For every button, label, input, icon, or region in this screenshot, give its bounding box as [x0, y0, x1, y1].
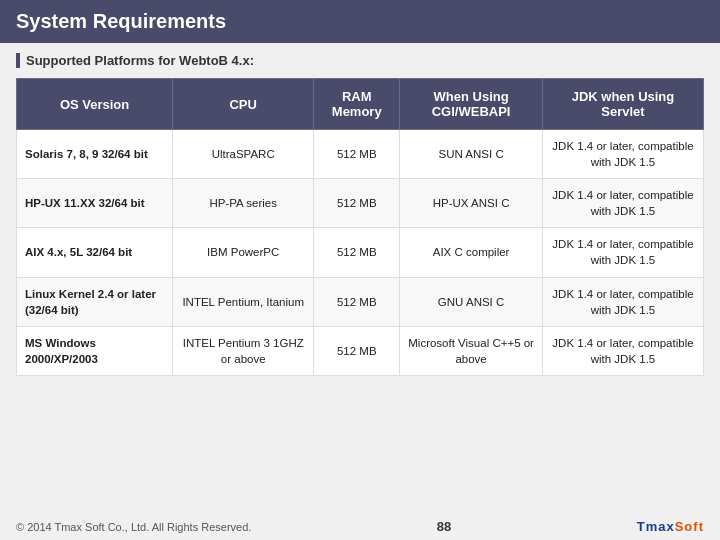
cell-jdk: JDK 1.4 or later, compatible with JDK 1.…: [542, 130, 703, 179]
table-row: MS Windows 2000/XP/2003INTEL Pentium 3 1…: [17, 326, 704, 375]
cell-ram: 512 MB: [314, 130, 400, 179]
cell-cgi: AIX C compiler: [400, 228, 543, 277]
subtitle: Supported Platforms for WebtoB 4.x:: [16, 53, 704, 68]
cell-cpu: INTEL Pentium, Itanium: [173, 277, 314, 326]
company-logo: TmaxSoft: [637, 519, 704, 534]
cell-cgi: HP-UX ANSI C: [400, 179, 543, 228]
table-header-row: OS Version CPU RAM Memory When Using CGI…: [17, 79, 704, 130]
col-header-jdk: JDK when Using Servlet: [542, 79, 703, 130]
content-area: Supported Platforms for WebtoB 4.x: OS V…: [0, 43, 720, 513]
col-header-cgi: When Using CGI/WEBAPI: [400, 79, 543, 130]
table-row: AIX 4.x, 5L 32/64 bitIBM PowerPC512 MBAI…: [17, 228, 704, 277]
cell-jdk: JDK 1.4 or later, compatible with JDK 1.…: [542, 179, 703, 228]
cell-os: Linux Kernel 2.4 or later (32/64 bit): [17, 277, 173, 326]
cell-cpu: IBM PowerPC: [173, 228, 314, 277]
table-row: Linux Kernel 2.4 or later (32/64 bit)INT…: [17, 277, 704, 326]
cell-os: Solaris 7, 8, 9 32/64 bit: [17, 130, 173, 179]
cell-cgi: SUN ANSI C: [400, 130, 543, 179]
cell-os: AIX 4.x, 5L 32/64 bit: [17, 228, 173, 277]
page-title: System Requirements: [16, 10, 226, 32]
cell-ram: 512 MB: [314, 277, 400, 326]
page-wrapper: System Requirements Supported Platforms …: [0, 0, 720, 540]
cell-jdk: JDK 1.4 or later, compatible with JDK 1.…: [542, 326, 703, 375]
cell-cgi: GNU ANSI C: [400, 277, 543, 326]
logo-text-soft: Soft: [675, 519, 704, 534]
cell-jdk: JDK 1.4 or later, compatible with JDK 1.…: [542, 228, 703, 277]
col-header-cpu: CPU: [173, 79, 314, 130]
page-footer: © 2014 Tmax Soft Co., Ltd. All Rights Re…: [0, 513, 720, 540]
logo-text-tmax: Tmax: [637, 519, 675, 534]
cell-os: HP-UX 11.XX 32/64 bit: [17, 179, 173, 228]
cell-ram: 512 MB: [314, 228, 400, 277]
cell-ram: 512 MB: [314, 326, 400, 375]
cell-cpu: UltraSPARC: [173, 130, 314, 179]
cell-cpu: INTEL Pentium 3 1GHZ or above: [173, 326, 314, 375]
cell-jdk: JDK 1.4 or later, compatible with JDK 1.…: [542, 277, 703, 326]
cell-ram: 512 MB: [314, 179, 400, 228]
page-header: System Requirements: [0, 0, 720, 43]
col-header-os: OS Version: [17, 79, 173, 130]
col-header-ram: RAM Memory: [314, 79, 400, 130]
cell-cpu: HP-PA series: [173, 179, 314, 228]
cell-cgi: Microsoft Visual C++5 or above: [400, 326, 543, 375]
copyright-text: © 2014 Tmax Soft Co., Ltd. All Rights Re…: [16, 521, 251, 533]
table-row: HP-UX 11.XX 32/64 bitHP-PA series512 MBH…: [17, 179, 704, 228]
cell-os: MS Windows 2000/XP/2003: [17, 326, 173, 375]
table-row: Solaris 7, 8, 9 32/64 bitUltraSPARC512 M…: [17, 130, 704, 179]
page-number: 88: [437, 519, 451, 534]
requirements-table: OS Version CPU RAM Memory When Using CGI…: [16, 78, 704, 376]
